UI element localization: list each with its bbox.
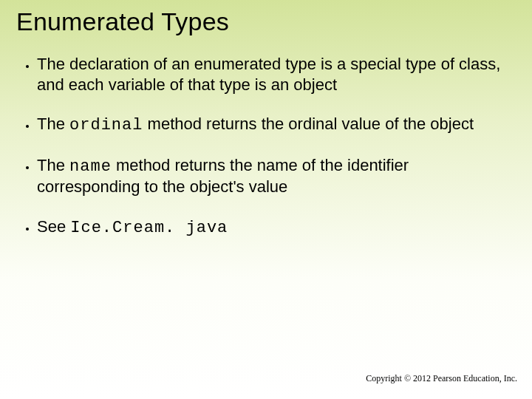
bullet-item-3: The name method returns the name of the … [37, 155, 508, 197]
bullet-list: The declaration of an enumerated type is… [16, 54, 516, 238]
bullet-4-text-pre: See [37, 217, 70, 236]
slide: Enumerated Types The declaration of an e… [0, 0, 532, 399]
copyright-footer: Copyright © 2012 Pearson Education, Inc. [366, 373, 517, 384]
slide-title: Enumerated Types [16, 7, 516, 36]
bullet-3-text-pre: The [37, 156, 69, 174]
bullet-item-1: The declaration of an enumerated type is… [37, 54, 508, 95]
bullet-item-4: See Ice.Cream. java [37, 216, 508, 239]
bullet-2-text-post: method returns the ordinal value of the … [143, 115, 474, 133]
code-ordinal: ordinal [69, 116, 143, 134]
bullet-2-text-pre: The [37, 115, 69, 133]
bullet-item-2: The ordinal method returns the ordinal v… [37, 114, 508, 136]
code-name: name [69, 157, 112, 176]
code-filename: Ice.Cream. java [70, 219, 228, 237]
